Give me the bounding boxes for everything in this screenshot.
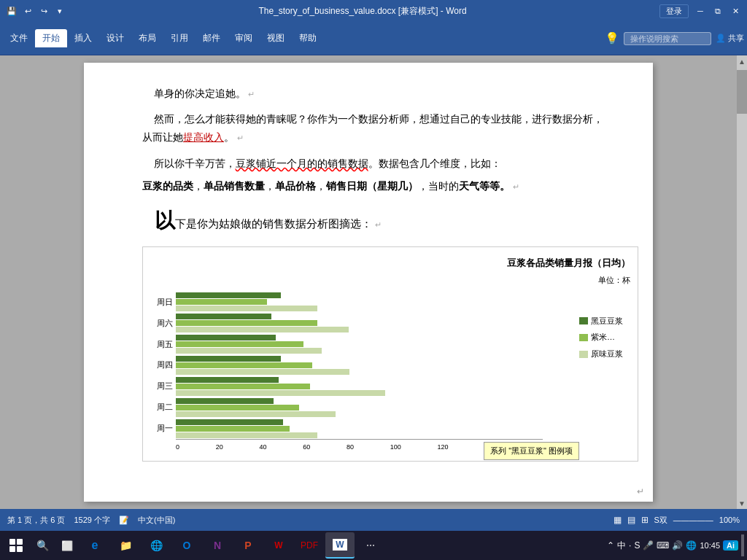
taskbar-network-icon[interactable]: 🌐 bbox=[686, 540, 697, 551]
scroll-up-button[interactable]: ▲ bbox=[737, 55, 747, 67]
web-view-icon[interactable]: ⊞ bbox=[641, 515, 649, 525]
taskbar-mic-icon[interactable]: 🎤 bbox=[643, 540, 654, 551]
legend-label-original: 原味豆浆 bbox=[591, 347, 623, 362]
taskbar-chrome[interactable]: 🌐 bbox=[142, 532, 171, 559]
taskbar-ppt[interactable]: P bbox=[233, 532, 263, 559]
legend-color-purple bbox=[579, 334, 588, 341]
task-view-button[interactable]: ⬜ bbox=[55, 534, 79, 557]
taskbar-outlook[interactable]: O bbox=[172, 532, 201, 559]
return-symbol: ↵ bbox=[248, 90, 255, 98]
close-button[interactable]: ✕ bbox=[729, 5, 741, 17]
bar-group-friday bbox=[176, 335, 630, 354]
taskbar-more[interactable]: ⋯ bbox=[356, 532, 385, 559]
share-button[interactable]: 👤 共享 bbox=[716, 33, 744, 44]
tab-view[interactable]: 视图 bbox=[260, 29, 292, 47]
ai-badge[interactable]: Ai bbox=[723, 540, 738, 551]
tab-layout[interactable]: 布局 bbox=[131, 29, 163, 47]
legend-purple: 紫米… bbox=[579, 330, 623, 345]
para-dimensions: 豆浆的品类，单品销售数量，单品价格，销售日期（星期几），当时的天气等等。 ↵ bbox=[142, 177, 609, 195]
window-title: The_story_of_business_value.docx [兼容模式] … bbox=[66, 5, 659, 18]
y-label-2: 周五 bbox=[150, 341, 173, 349]
login-button[interactable]: 登录 bbox=[659, 4, 689, 18]
tab-mailings[interactable]: 邮件 bbox=[196, 29, 228, 47]
taskbar-word[interactable]: W bbox=[325, 532, 355, 559]
tab-home[interactable]: 开始 bbox=[35, 29, 67, 47]
y-label-1: 周六 bbox=[150, 319, 173, 327]
tab-file[interactable]: 文件 bbox=[3, 29, 35, 47]
y-label-4: 周三 bbox=[150, 382, 173, 390]
y-label-3: 周四 bbox=[150, 361, 173, 369]
taskbar-onenote[interactable]: N bbox=[203, 532, 232, 559]
bar-group-wednesday bbox=[176, 377, 630, 396]
taskbar: 🔍 ⬜ e 📁 🌐 O N P W PDF W ⋯ ⌃ 中 · S 🎤 ⌨ 🔊 … bbox=[0, 531, 747, 560]
para-collect: 所以你千辛万苦，豆浆铺近一个月的的销售数据。数据包含几个维度，比如： bbox=[142, 155, 609, 173]
chart-title: 豆浆各品类销量月报（日均） bbox=[150, 254, 630, 271]
tab-review[interactable]: 审阅 bbox=[228, 29, 260, 47]
layout-view-icon[interactable]: ▤ bbox=[627, 515, 635, 525]
document-container: 单身的你决定追她。 ↵ 然而，怎么才能获得她的青睐呢？你作为一个数据分析师，想通… bbox=[0, 55, 747, 509]
light-bulb-icon: 💡 bbox=[605, 31, 619, 45]
undo-icon[interactable]: ↩ bbox=[22, 5, 34, 17]
start-button[interactable] bbox=[3, 532, 29, 559]
taskbar-up-arrow[interactable]: ⌃ bbox=[607, 540, 614, 551]
redo-icon[interactable]: ↪ bbox=[38, 5, 50, 17]
customize-icon[interactable]: ▾ bbox=[54, 5, 66, 17]
corner-mark: ↵ bbox=[637, 484, 644, 500]
y-label-6: 周一 bbox=[150, 424, 173, 432]
taskbar-clock[interactable]: 10:45 bbox=[700, 540, 720, 551]
chart-y-labels: 周日 周六 周五 周四 周三 周二 周一 bbox=[150, 292, 176, 454]
doc-page: 单身的你决定追她。 ↵ 然而，怎么才能获得她的青睐呢？你作为一个数据分析师，想通… bbox=[84, 63, 653, 502]
status-bar: 第 1 页，共 6 页 1529 个字 📝 中文(中国) ▦ ▤ ⊞ S双 ——… bbox=[0, 509, 747, 531]
chart-body: 周日 周六 周五 周四 周三 周二 周一 bbox=[150, 292, 630, 454]
bar-group-sunday bbox=[176, 292, 630, 311]
legend-black: 黑豆豆浆 bbox=[579, 314, 623, 329]
save-icon[interactable]: 💾 bbox=[6, 5, 18, 17]
word-count: 1529 个字 bbox=[74, 515, 110, 526]
tab-references[interactable]: 引用 bbox=[163, 29, 196, 47]
restore-button[interactable]: ⧉ bbox=[712, 5, 724, 17]
status-right: ▦ ▤ ⊞ S双 ————— 100% bbox=[614, 515, 740, 526]
legend-original: 原味豆浆 bbox=[579, 347, 623, 362]
title-bar-left: 💾 ↩ ↪ ▾ bbox=[6, 5, 66, 17]
taskbar-ime-icon[interactable]: 中 bbox=[617, 540, 626, 552]
doc-scroll-area[interactable]: 单身的你决定追她。 ↵ 然而，怎么才能获得她的青睐呢？你作为一个数据分析师，想通… bbox=[0, 55, 737, 509]
zoom-level: ————— bbox=[673, 516, 713, 524]
taskbar-pdf[interactable]: PDF bbox=[295, 532, 324, 559]
title-bar-right: 登录 ─ ⧉ ✕ bbox=[659, 4, 741, 18]
scroll-down-button[interactable]: ▼ bbox=[737, 497, 747, 509]
show-desktop-button[interactable] bbox=[741, 534, 744, 556]
chart-unit: 单位：杯 bbox=[150, 273, 630, 288]
tab-design[interactable]: 设计 bbox=[99, 29, 131, 47]
para-chart-intro: 以下是你为姑娘做的销售数据分析图摘选： ↵ bbox=[142, 203, 609, 239]
share-icon: 👤 bbox=[716, 34, 726, 43]
scroll-thumb[interactable] bbox=[737, 70, 747, 114]
taskbar-volume-icon[interactable]: 🔊 bbox=[672, 540, 683, 551]
lang-indicator: 📝 bbox=[119, 516, 129, 525]
vertical-scrollbar[interactable]: ▲ ▼ bbox=[737, 55, 747, 509]
page-info: 第 1 页，共 6 页 bbox=[7, 515, 65, 526]
tab-help[interactable]: 帮助 bbox=[292, 29, 324, 47]
taskbar-wps[interactable]: W bbox=[264, 532, 293, 559]
windows-logo-icon bbox=[9, 539, 23, 552]
y-label-0: 周日 bbox=[150, 298, 173, 306]
chart-legend: 黑豆豆浆 紫米… 原味豆浆 bbox=[579, 314, 623, 364]
bar-group-saturday bbox=[176, 314, 630, 332]
taskbar-dot-icon[interactable]: · bbox=[629, 540, 631, 551]
bar-group-thursday bbox=[176, 356, 630, 375]
search-input[interactable] bbox=[624, 32, 711, 45]
taskbar-edge[interactable]: e bbox=[80, 532, 109, 559]
taskbar-sougou-icon[interactable]: S bbox=[634, 540, 640, 551]
taskbar-explorer[interactable]: 📁 bbox=[111, 532, 140, 559]
legend-color-black bbox=[579, 317, 588, 324]
shuangpin-icon: S双 bbox=[654, 515, 667, 526]
search-button[interactable]: 🔍 bbox=[31, 534, 54, 557]
minimize-button[interactable]: ─ bbox=[694, 5, 706, 17]
read-view-icon[interactable]: ▦ bbox=[614, 515, 622, 525]
link-increase-income[interactable]: 提高收入 bbox=[183, 131, 224, 143]
tab-insert[interactable]: 插入 bbox=[67, 29, 99, 47]
bar-group-monday bbox=[176, 419, 630, 438]
legend-label-purple: 紫米… bbox=[591, 330, 615, 345]
ribbon-search-area: 💡 👤 共享 bbox=[605, 31, 744, 45]
taskbar-keyboard-icon[interactable]: ⌨ bbox=[657, 540, 669, 551]
legend-label-black: 黑豆豆浆 bbox=[591, 314, 623, 329]
